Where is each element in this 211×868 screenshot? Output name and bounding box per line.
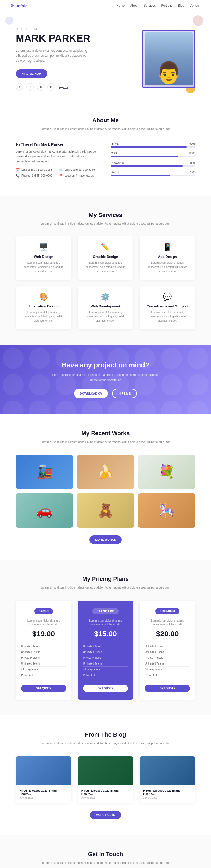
skill-photoshop: Photoshop 85% [111,161,195,167]
portfolio-more-wrap: MORE WORKS [16,535,195,544]
skill-html-fill [111,146,187,148]
blog-grid: Hired Releases 2022 Brand Health... July… [16,756,195,803]
app-design-title: App Design [146,255,189,259]
nav-portfolio[interactable]: Portfolio [161,4,173,7]
social-youtube[interactable]: ▶ [47,83,55,91]
web-design-icon: 🖥️ [22,243,65,251]
skill-sketch-fill [111,175,170,176]
blog-post-3-content: Hired Releases 2022 Brand Health... July… [140,785,195,803]
basic-feature-1: Unlimited Tasks [21,643,66,649]
consultancy-desc: Lorem ipsum dolor sit amet, consectetur … [146,310,189,323]
premium-quote-button[interactable]: GET QUOTE [145,685,190,692]
pricing-basic-desc: Lorem ipsum dolor sit amet, consectetur … [21,619,66,626]
web-design-title: Web Design [22,255,65,259]
hire-me-cta-button[interactable]: HIRE ME [112,389,137,398]
nav-blog[interactable]: Blog [178,4,184,7]
portfolio-item-6[interactable]: 🎠 [138,493,195,528]
skill-photoshop-bar [111,165,195,167]
graphic-design-icon: ✏️ [84,243,127,251]
pricing-premium-name: Premium [155,608,179,614]
illustration-icon: 🎨 [22,292,65,301]
decor-circle-tr [192,15,203,26]
pricing-basic-features: Unlimited Tasks Unlimited Public Private… [21,643,66,678]
about-left-col: Hi There! I'm Mark Parker Lorem ipsum do… [16,142,100,178]
service-web-dev: ⚙️ Web Development Lorem ipsum dolor sit… [78,286,134,329]
contact-section: Get In Touch Lorem sit ut aliqua incidid… [0,835,211,868]
basic-feature-5: 44 Integrations [21,666,66,673]
blog-post-3-date: July 01, 2022 [143,797,191,799]
basic-feature-4: Unlimited Teams [21,661,66,666]
hero-photo-frame: 👨 [142,30,195,88]
pricing-premium-desc: Lorem ipsum dolor sit amet, consectetur … [145,619,190,626]
social-linkedin[interactable]: in [37,83,44,91]
social-facebook[interactable]: f [16,83,23,91]
more-posts-button[interactable]: MORE POSTS [90,811,121,819]
portfolio-subtitle: Lorem sit ut aliqua incididunt deserunt … [37,439,174,444]
portfolio-item-5[interactable]: 🧸 [77,493,134,528]
pricing-grid: Basic Lorem ipsum dolor sit amet, consec… [16,601,195,700]
portfolio-item-1[interactable]: 🚂 [16,455,73,489]
calendar-icon: 📅 [16,168,20,172]
blog-post-2-content: Hired Releases 2022 Brand Health... July… [78,785,134,803]
blog-section: From The Blog Lorem sit ut aliqua incidi… [0,715,211,835]
portfolio-item-4[interactable]: 🚗 [16,493,73,528]
nav-logo[interactable]: ⊙ unfold [10,3,28,8]
service-consultancy: 💬 Consultancy and Support Lorem ipsum do… [140,286,195,329]
blog-post-2[interactable]: Hired Releases 2022 Brand Health... July… [78,756,134,803]
nav-home[interactable]: Home [116,4,125,7]
about-location: 📍 Location: # 4 avenue, LA [59,174,100,178]
services-title: My Services [16,212,195,219]
blog-more-wrap: MORE POSTS [16,811,195,819]
blog-post-2-date: July 01, 2022 [81,797,130,799]
service-app-design: 📱 App Design Lorem ipsum dolor sit amet,… [140,237,195,280]
about-info-grid: 📅 Date of Birth: 1 June 1998 📧 Email: us… [16,168,100,178]
more-works-button[interactable]: MORE WORKS [90,535,121,544]
web-dev-title: Web Development [84,304,127,308]
skill-css-fill [111,156,178,157]
pricing-title: My Pricing Plans [16,576,195,583]
hero-name: MARK PARKER [16,33,90,44]
pricing-basic-name: Basic [34,608,53,614]
about-section: About Me Lorem sit ut aliqua incididunt … [0,101,211,196]
basic-quote-button[interactable]: GET QUOTE [21,685,66,692]
hero-content: HELLO, I'M MARK PARKER Lorem ipsum dolor… [16,27,90,90]
portfolio-item-3[interactable]: 💐 [138,455,195,489]
blog-post-1-date: July 01, 2022 [20,797,68,799]
service-graphic-design: ✏️ Graphic Design Lorem ipsum dolor sit … [78,237,134,280]
nav-services[interactable]: Services [144,4,156,7]
pricing-section: My Pricing Plans Lorem sit ut aliqua inc… [0,560,211,715]
services-subtitle: Lorem sit ut aliqua incididunt deserunt … [37,221,174,226]
services-section: My Services Lorem sit ut aliqua incididu… [0,196,211,345]
hero-photo: 👨 [145,32,192,85]
skill-sketch-label: Sketch [111,170,120,174]
skill-photoshop-fill [111,165,182,167]
contact-title: Get In Touch [16,851,195,858]
portfolio-item-2[interactable]: 🍌 [77,455,134,489]
hire-me-button[interactable]: HIRE ME NOW [16,69,47,78]
nav-contact[interactable]: Contact [190,4,201,7]
about-phone-value: Phone: +1 (555) 000-0000 [21,174,52,177]
premium-feature-2: Unlimited Public [145,649,190,655]
social-twitter[interactable]: t [26,83,34,91]
skill-photoshop-percent: 85% [189,161,195,164]
basic-feature-3: Private Projects [21,655,66,661]
hero-description: Lorem ipsum dolor sit amet, consectetur … [16,48,90,64]
skill-css: CSS 80% [111,152,195,157]
pricing-premium: Premium Lorem ipsum dolor sit amet, cons… [140,601,195,700]
premium-feature-6: Public API [145,673,190,678]
skill-html-label: HTML [111,142,119,145]
blog-post-1[interactable]: Hired Releases 2022 Brand Health... July… [16,756,71,803]
hero-social-links: f t in ▶ [16,83,90,91]
download-cv-button[interactable]: DOWNLOAD CV [74,389,108,398]
nav-about[interactable]: About [130,4,138,7]
web-dev-icon: ⚙️ [84,292,127,301]
skill-css-label: CSS [111,152,117,155]
blog-post-3[interactable]: Hired Releases 2022 Brand Health... July… [140,756,195,803]
blog-post-3-image [140,756,195,785]
pricing-standard-name: Standard [92,608,119,614]
phone-icon: 📞 [16,174,20,178]
blog-subtitle: Lorem sit ut aliqua incididunt deserunt … [37,741,174,746]
standard-quote-button[interactable]: GET QUOTE [83,685,128,692]
standard-feature-4: Unlimited Teams [83,661,128,666]
illustration-desc: Lorem ipsum dolor sit amet, consectetur … [22,310,65,323]
